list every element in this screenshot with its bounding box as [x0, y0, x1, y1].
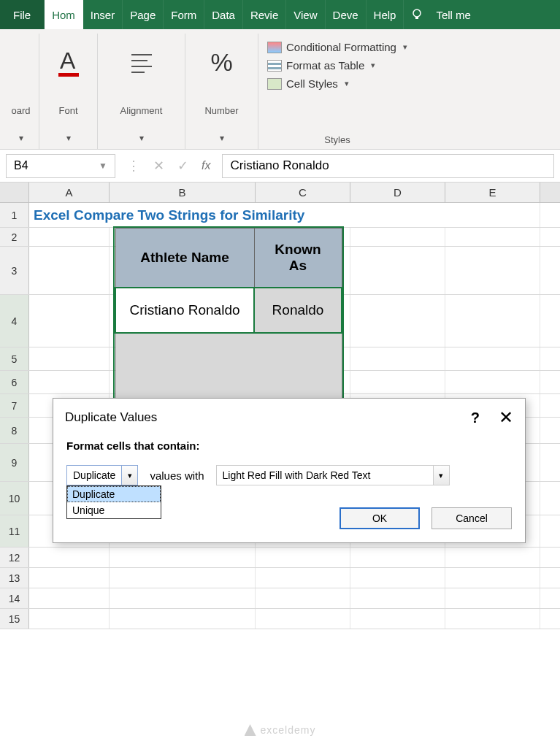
cell[interactable] — [445, 247, 540, 294]
close-icon[interactable]: ✕ — [499, 407, 513, 428]
row-header[interactable]: 9 — [0, 444, 29, 481]
cell[interactable] — [445, 295, 540, 347]
cancel-button[interactable]: Cancel — [431, 507, 512, 529]
chevron-down-icon[interactable]: ▾ — [66, 133, 71, 143]
cell[interactable] — [256, 588, 350, 608]
tab-insert[interactable]: Inser — [83, 0, 123, 29]
cell[interactable] — [29, 548, 110, 567]
cell[interactable] — [29, 347, 110, 370]
tab-help[interactable]: Help — [367, 0, 404, 29]
cell[interactable] — [29, 295, 110, 347]
cell[interactable] — [350, 295, 445, 347]
row-header[interactable]: 15 — [0, 609, 29, 629]
row-header[interactable]: 1 — [0, 203, 29, 227]
alignment-icon[interactable] — [127, 37, 156, 88]
cell[interactable] — [445, 548, 540, 567]
cell[interactable] — [445, 609, 540, 629]
percent-icon[interactable]: % — [210, 37, 232, 88]
row-header[interactable]: 13 — [0, 568, 29, 588]
cell[interactable] — [445, 588, 540, 608]
cell[interactable] — [445, 568, 540, 588]
header-known-as[interactable]: Known As — [254, 228, 342, 288]
row-header[interactable]: 7 — [0, 394, 29, 417]
cell[interactable] — [110, 548, 256, 567]
cell[interactable] — [256, 609, 350, 629]
col-header-e[interactable]: E — [445, 183, 540, 202]
ok-button[interactable]: OK — [340, 507, 420, 529]
cell[interactable] — [445, 228, 540, 246]
fx-icon[interactable]: fx — [202, 159, 210, 172]
tab-formulas[interactable]: Form — [164, 0, 204, 29]
cell[interactable] — [350, 347, 445, 370]
cell[interactable] — [350, 588, 445, 608]
tab-page-layout[interactable]: Page — [123, 0, 164, 29]
chevron-down-icon[interactable]: ▾ — [19, 133, 23, 143]
name-box[interactable]: B4 ▼ — [6, 154, 115, 178]
cell-c4[interactable]: Ronaldo — [254, 288, 342, 333]
help-icon[interactable]: ? — [471, 410, 480, 426]
header-athlete-name[interactable]: Athlete Name — [115, 228, 254, 288]
select-all-corner[interactable] — [0, 183, 29, 202]
row-header[interactable]: 10 — [0, 482, 29, 515]
chevron-down-icon: ▾ — [371, 61, 375, 70]
check-icon[interactable]: ✓ — [177, 158, 188, 174]
chevron-down-icon[interactable]: ▾ — [121, 466, 137, 485]
cell[interactable] — [350, 371, 445, 393]
tab-developer[interactable]: Deve — [326, 0, 367, 29]
col-header-d[interactable]: D — [350, 183, 445, 202]
cell[interactable] — [110, 609, 256, 629]
row-header[interactable]: 14 — [0, 588, 29, 608]
cell[interactable] — [350, 247, 445, 294]
fill-format-combo[interactable]: Light Red Fill with Dark Red Text ▾ — [216, 465, 450, 485]
cell[interactable] — [29, 588, 110, 608]
row-header[interactable]: 11 — [0, 515, 29, 547]
cell-a1[interactable]: Excel Compare Two Strings for Similarity — [29, 203, 540, 227]
duplicate-unique-combo[interactable]: Duplicate ▾ Duplicate Unique — [66, 465, 138, 485]
cell[interactable] — [29, 371, 110, 393]
tab-data[interactable]: Data — [204, 0, 243, 29]
cell[interactable] — [350, 548, 445, 567]
cell[interactable] — [256, 568, 350, 588]
combo-option-duplicate[interactable]: Duplicate — [67, 486, 161, 502]
chevron-down-icon[interactable]: ▾ — [433, 466, 449, 485]
combo-option-unique[interactable]: Unique — [67, 502, 161, 518]
col-header-a[interactable]: A — [29, 183, 110, 202]
row-header[interactable]: 6 — [0, 371, 29, 393]
lightbulb-icon[interactable] — [404, 0, 430, 29]
cell-styles-button[interactable]: Cell Styles ▾ — [267, 77, 407, 90]
cell[interactable] — [350, 228, 445, 246]
cell[interactable] — [445, 347, 540, 370]
tell-me[interactable]: Tell me — [430, 0, 477, 29]
row-header[interactable]: 12 — [0, 548, 29, 567]
cell[interactable] — [29, 568, 110, 588]
cell[interactable] — [445, 371, 540, 393]
cell[interactable] — [350, 568, 445, 588]
formula-input[interactable]: Cristiano Ronaldo — [222, 154, 554, 178]
col-header-c[interactable]: C — [256, 183, 350, 202]
cell[interactable] — [110, 568, 256, 588]
tab-review[interactable]: Revie — [243, 0, 286, 29]
font-icon[interactable]: A — [55, 37, 82, 88]
tab-file[interactable]: File — [0, 0, 45, 29]
row-header[interactable]: 2 — [0, 228, 29, 246]
cell[interactable] — [350, 609, 445, 629]
tab-home[interactable]: Hom — [45, 0, 83, 29]
cancel-icon[interactable]: ✕ — [153, 158, 164, 174]
cell-b4[interactable]: Cristiano Ronaldo — [115, 288, 254, 333]
row-header[interactable]: 4 — [0, 295, 29, 347]
cell[interactable] — [29, 228, 110, 246]
format-as-table-button[interactable]: Format as Table ▾ — [267, 59, 407, 72]
cell[interactable] — [256, 548, 350, 567]
cell[interactable] — [29, 609, 110, 629]
row-header[interactable]: 8 — [0, 418, 29, 443]
row-header[interactable]: 3 — [0, 247, 29, 294]
cell[interactable] — [110, 588, 256, 608]
tab-view[interactable]: View — [286, 0, 325, 29]
cell[interactable] — [29, 247, 110, 294]
row-header[interactable]: 5 — [0, 347, 29, 370]
chevron-down-icon[interactable]: ▾ — [139, 133, 144, 143]
conditional-formatting-button[interactable]: Conditional Formatting ▾ — [267, 41, 407, 53]
col-header-b[interactable]: B — [110, 183, 256, 202]
chevron-down-icon[interactable]: ▾ — [220, 133, 224, 143]
chevron-down-icon[interactable]: ▼ — [99, 161, 107, 171]
